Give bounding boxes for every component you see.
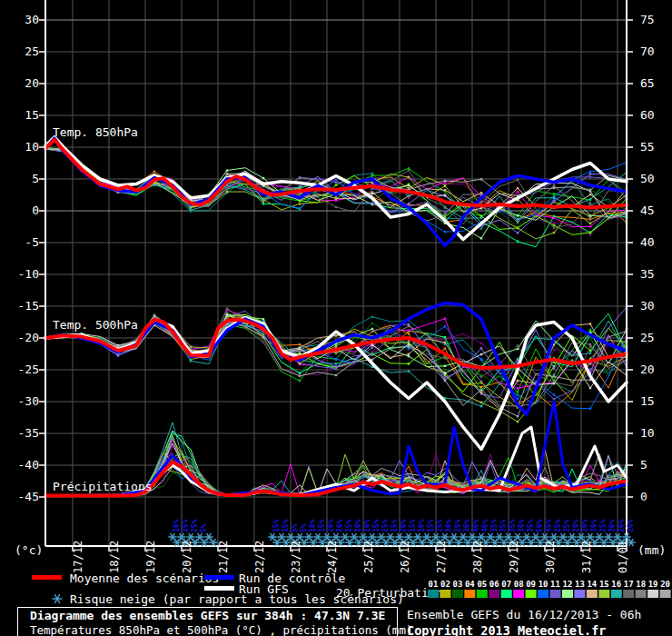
snow-pct-label: 15% [427,519,435,532]
member-point [190,346,192,348]
perturbation-number: 17 [624,580,634,589]
y-right-tick-label: 25 [640,331,655,344]
y-right-tick-label: 5 [640,458,647,472]
x-date-label: 25/12 [362,541,375,573]
perturbation-number: 05 [477,580,487,589]
y-left-tick-label: -45 [18,490,39,503]
member-point [553,222,555,224]
member-point [517,187,519,189]
member-point [589,217,591,219]
member-point [444,231,446,233]
snow-pct-label: 5% [300,523,308,532]
member-point [589,223,591,224]
perturbation-chip [562,590,573,598]
member-point [408,329,410,331]
snow-pct-label: 15% [272,519,281,532]
diagram-subtitle: Températures 850hPa et 500hPa (°C) , pré… [30,623,397,636]
member-point [480,347,482,349]
snow-pct-label: 20% [327,519,335,532]
member-point [299,176,301,178]
member-point [553,398,555,400]
member-point [371,323,373,324]
perturbation-number: 13 [575,580,585,589]
member-point [444,180,446,182]
member-point [262,341,264,343]
member-point [299,203,301,204]
member-point [371,202,373,204]
y-right-tick-label: 75 [640,13,655,26]
member-point [408,203,410,204]
member-point [408,345,410,347]
perturbation-color-chips: 0102030405060708091011121314151617181920 [428,580,671,598]
perturbation-number: 06 [489,580,499,589]
y-left-tick-label: 10 [25,140,39,154]
member-point [262,197,264,199]
member-point [480,358,482,360]
member-point [371,174,373,176]
snow-pct-label: 40% [481,519,489,532]
member-point [262,336,264,338]
diagram-title: Diagramme des ensembles GEFS sur 384h : … [30,609,397,622]
y-right-tick-label: 55 [640,140,655,154]
temp850-label: Temp. 850hPa [53,125,138,139]
perturbation-chip [428,590,439,598]
member-point [517,232,519,234]
snow-pct-label: 10% [354,519,362,532]
snow-pct-label: 30% [590,519,598,532]
member-point [335,374,337,376]
perturbation-number: 07 [501,580,511,589]
member-point [553,226,555,228]
y-right-tick-label: 30 [640,299,655,313]
member-point [444,214,446,215]
member-point [408,323,410,325]
member-point [444,369,446,371]
member-point [408,353,410,355]
gfs-line-swatch [204,586,234,591]
member-point [408,341,410,343]
temp500-label: Temp. 500hPa [53,318,138,332]
member-point [371,193,373,194]
x-date-label: 18/12 [108,541,121,573]
y-right-tick-label: 15 [640,394,655,408]
member-point [517,387,519,389]
member-point [153,171,155,173]
perturbation-chip [477,590,488,598]
precip-label: Précipitations [53,480,153,493]
member-point [553,196,555,198]
snow-pct-label: 10% [309,519,317,532]
snow-pct-label: 15% [372,519,380,532]
perturbation-chip [611,590,622,598]
y-left-tick-label: -15 [18,299,39,313]
member-point [408,197,410,199]
member-point [335,345,337,347]
snow-pct-label: 30% [608,519,617,532]
y-right-tick-label: 50 [640,172,655,185]
perturbation-chip [574,590,585,598]
y-left-unit-label: (°c) [15,543,43,557]
x-date-label: 30/12 [544,541,557,573]
y-right-tick-label: 20 [640,363,655,376]
snow-pct-label: 15% [390,519,399,532]
x-date-label: 22/12 [253,541,266,573]
member-point [517,214,519,216]
mean-line-swatch [32,575,62,580]
snow-pct-label: 20% [572,519,580,532]
snow-pct-label: 15% [345,519,353,532]
y-right-tick-label: 65 [640,76,655,90]
legend: Moyenne des scénarios Run de contrôle Ru… [32,571,671,606]
member-point [299,363,301,364]
perturbation-number: 09 [526,580,536,589]
member-point [371,359,373,361]
member-point [335,363,337,364]
member-point [371,330,373,332]
perturbation-number: 19 [648,580,658,589]
x-date-label: 28/12 [471,541,484,573]
member-point [444,342,446,343]
y-left-tick-label: 25 [25,45,39,58]
y-left-tick-label: -5 [25,235,39,249]
member-point [226,191,228,193]
perturbation-chip [587,590,598,598]
y-right-unit-label: (mm) [637,543,666,557]
perturbation-chip [550,590,561,598]
member-point [335,353,337,354]
